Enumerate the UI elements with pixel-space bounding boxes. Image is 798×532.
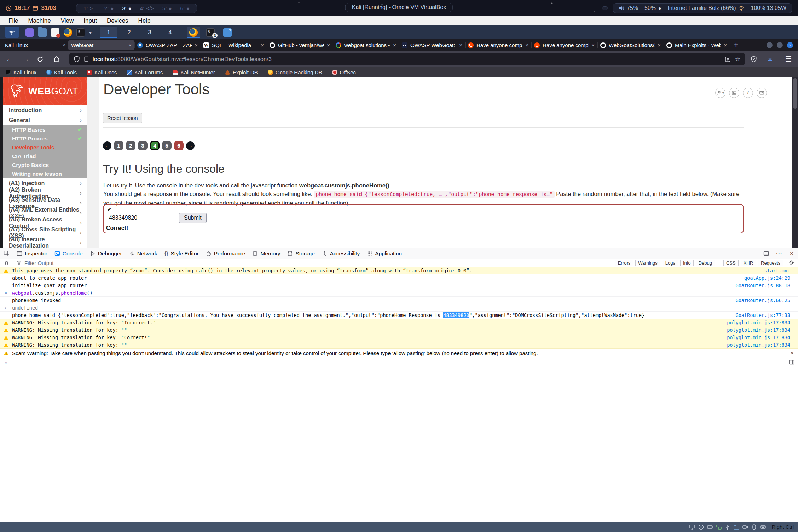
show-images-button[interactable] <box>729 88 739 98</box>
devtools-tab-memory[interactable]: Memory <box>249 248 284 259</box>
reader-mode-icon[interactable] <box>725 56 731 62</box>
source-link[interactable]: start.mvc <box>764 268 798 273</box>
random-number-input[interactable] <box>106 213 175 223</box>
filter-debug-button[interactable]: Debug <box>696 260 715 266</box>
menu-help[interactable]: Help <box>133 17 156 24</box>
sidebar-item-a8-insecure-deserialization[interactable]: (A8) Insecure Deserialization› <box>3 238 87 248</box>
taskbar-files-window[interactable] <box>221 27 234 38</box>
close-icon[interactable]: × <box>525 42 528 48</box>
sidebar-item-writing-new-lesson[interactable]: Writing new lesson <box>3 169 87 178</box>
power-indicator[interactable]: 100% 13.05W <box>751 5 786 11</box>
dismiss-scam-warning-button[interactable]: × <box>786 350 798 357</box>
close-icon[interactable]: × <box>724 42 727 48</box>
filter-info-button[interactable]: Info <box>680 260 694 266</box>
taskbar-workspace-1[interactable]: 1 <box>100 27 117 38</box>
vm-recording-icon[interactable] <box>742 524 748 530</box>
source-link[interactable]: polyglot.min.js:17:834 <box>727 320 798 325</box>
source-link[interactable]: goatApp.js:24:29 <box>744 275 798 281</box>
tab-webgoat-solutions-search[interactable]: webgoat solutions -× <box>333 40 399 50</box>
forward-button[interactable]: → <box>21 55 31 63</box>
bookmark-google-hacking-db[interactable]: Google Hacking DB <box>268 69 322 75</box>
close-icon[interactable]: × <box>261 42 264 48</box>
source-link[interactable]: GoatRouter.js:77:33 <box>736 312 798 318</box>
bookmark-exploit-db[interactable]: Exploit-DB <box>225 69 258 75</box>
window-close-button[interactable]: × <box>787 42 793 48</box>
close-icon[interactable]: × <box>459 42 462 48</box>
firefox-launcher-icon[interactable] <box>64 28 72 37</box>
new-tab-button[interactable]: + <box>730 41 742 49</box>
text-editor-icon[interactable] <box>51 28 59 37</box>
file-manager-icon[interactable] <box>38 28 47 37</box>
menu-devices[interactable]: Devices <box>102 17 133 24</box>
menu-input[interactable]: Input <box>79 17 102 24</box>
clock-group[interactable]: 16:17 31/03 <box>6 5 56 12</box>
devtools-close-button[interactable]: × <box>785 248 798 259</box>
filter-css-button[interactable]: CSS <box>723 260 739 266</box>
console-input-history-row[interactable]: » webgoat.customjs.phoneHome() <box>0 289 798 297</box>
home-button[interactable] <box>53 56 64 63</box>
webgoat-logo[interactable]: WEBGOAT <box>3 77 87 105</box>
downloads-button[interactable] <box>767 56 777 62</box>
console-sidebar-toggle-button[interactable] <box>789 359 798 365</box>
devtools-tab-console[interactable]: Console <box>51 248 86 259</box>
vm-mouse-integration-icon[interactable] <box>751 524 757 530</box>
vm-optical-disk-icon[interactable] <box>698 524 704 530</box>
tab-reddit-2[interactable]: Have anyone comple× <box>531 40 597 50</box>
menu-view[interactable]: View <box>56 17 79 24</box>
previous-page-button[interactable]: ← <box>103 141 111 150</box>
app-launcher-icon[interactable] <box>25 28 34 37</box>
page-4-button-current[interactable]: 4 <box>150 141 160 150</box>
filter-warnings-button[interactable]: Warnings <box>635 260 660 266</box>
console-warning-row[interactable]: This page uses the non standard property… <box>0 267 798 274</box>
kali-menu-button[interactable] <box>3 27 21 38</box>
vm-shared-folders-icon[interactable] <box>733 524 740 530</box>
contact-button[interactable] <box>757 88 767 98</box>
pick-element-button[interactable] <box>0 248 13 259</box>
console-log-row[interactable]: initialize goat app router GoatRouter.js… <box>0 282 798 289</box>
clear-console-button[interactable] <box>0 258 13 268</box>
filter-xhr-button[interactable]: XHR <box>741 260 756 266</box>
console-reply-row[interactable]: ← undefined <box>0 304 798 312</box>
workspace-6[interactable]: 6:● <box>180 5 190 11</box>
bookmark-kali-nethunter[interactable]: Kali NetHunter <box>173 69 215 75</box>
vm-keyboard-icon[interactable] <box>760 524 766 530</box>
devtools-tab-accessibility[interactable]: Accessibility <box>318 248 363 259</box>
volume-indicator[interactable]: 75% <box>619 5 638 11</box>
tab-owasp-webgoat[interactable]: OWASP WebGoat: G× <box>399 40 465 50</box>
devtools-tab-style-editor[interactable]: {} Style Editor <box>161 248 202 259</box>
console-warning-row[interactable]: WARNING: Missing translation for key: ""… <box>0 326 798 334</box>
bookmark-kali-docs[interactable]: Kali Docs <box>87 69 117 75</box>
hamburger-menu-button[interactable]: ☰ <box>783 55 794 63</box>
next-page-button[interactable]: → <box>186 141 195 150</box>
bookmark-kali-tools[interactable]: Kali Tools <box>46 69 77 75</box>
page-2-button[interactable]: 2 <box>126 141 135 150</box>
page-5-button[interactable]: 5 <box>162 141 172 150</box>
vm-harddisk-icon[interactable] <box>707 524 713 530</box>
bookmark-kali-forums[interactable]: Kali Forums <box>127 69 163 75</box>
battery-indicator[interactable]: 50% ● <box>644 5 661 11</box>
close-icon[interactable]: × <box>327 42 330 48</box>
devtools-tab-storage[interactable]: Storage <box>284 248 318 259</box>
workspace-4[interactable]: 4:</> <box>140 5 154 11</box>
sidebar-item-introduction[interactable]: Introduction› <box>3 105 87 115</box>
workspace-switcher[interactable]: 1:>_ 2:● 3:● 4:</> 5:● 6:● <box>76 4 197 13</box>
close-icon[interactable]: × <box>62 42 65 48</box>
scrollbar-thumb[interactable] <box>793 78 797 109</box>
workspace-3-active[interactable]: 3:● <box>122 5 132 11</box>
tab-owasp-zap[interactable]: OWASP ZAP – ZAP i× <box>134 40 201 50</box>
split-console-button[interactable] <box>760 248 773 259</box>
user-menu-button[interactable]: ▾ <box>715 88 725 98</box>
taskbar-workspace-2[interactable]: 2 <box>121 27 137 38</box>
launcher-caret-icon[interactable]: ▾ <box>89 30 92 35</box>
page-3-button[interactable]: 3 <box>138 141 148 150</box>
network-indicator[interactable]: Internet Familie Bolz (66%) <box>668 5 745 11</box>
bookmark-offsec[interactable]: OffSec <box>332 69 356 75</box>
tab-sql-wikipedia[interactable]: W SQL – Wikipedia× <box>201 40 267 50</box>
console-log-row[interactable]: about to create app router goatApp.js:24… <box>0 274 798 282</box>
devtools-menu-button[interactable]: ⋯ <box>773 248 785 259</box>
devtools-tab-performance[interactable]: Performance <box>202 248 249 259</box>
close-icon[interactable]: × <box>128 42 132 48</box>
filter-logs-button[interactable]: Logs <box>663 260 678 266</box>
devtools-tab-inspector[interactable]: Inspector <box>13 248 51 259</box>
sidebar-item-developer-tools[interactable]: Developer Tools <box>3 143 87 152</box>
